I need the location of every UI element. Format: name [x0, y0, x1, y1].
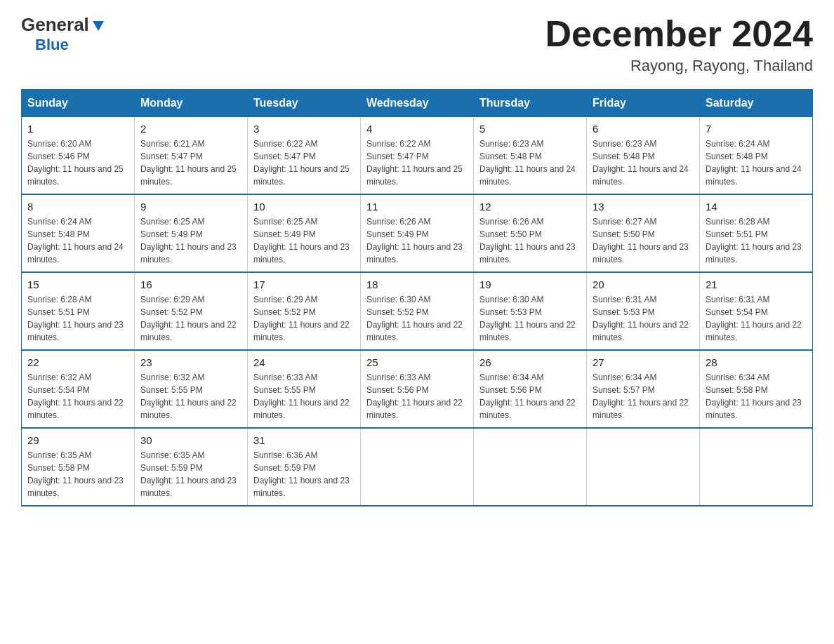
day-of-week-header: Wednesday [361, 90, 474, 117]
day-number: 14 [706, 201, 807, 213]
calendar-day-cell: 13 Sunrise: 6:27 AM Sunset: 5:50 PM Dayl… [587, 194, 700, 272]
calendar-header-row: SundayMondayTuesdayWednesdayThursdayFrid… [22, 90, 813, 117]
day-of-week-header: Thursday [474, 90, 587, 117]
day-number: 26 [479, 356, 581, 368]
day-of-week-header: Sunday [22, 90, 135, 117]
day-info: Sunrise: 6:25 AM Sunset: 5:49 PM Dayligh… [140, 215, 241, 266]
month-title: December 2024 [545, 14, 813, 54]
calendar-week-row: 1 Sunrise: 6:20 AM Sunset: 5:46 PM Dayli… [22, 117, 813, 195]
day-number: 2 [140, 123, 241, 135]
calendar-day-cell: 21 Sunrise: 6:31 AM Sunset: 5:54 PM Dayl… [700, 272, 813, 350]
day-of-week-header: Saturday [700, 90, 813, 117]
calendar-day-cell [361, 428, 474, 506]
day-info: Sunrise: 6:31 AM Sunset: 5:54 PM Dayligh… [706, 293, 807, 344]
location-text: Rayong, Rayong, Thailand [545, 57, 813, 75]
day-info: Sunrise: 6:26 AM Sunset: 5:49 PM Dayligh… [366, 215, 468, 266]
day-info: Sunrise: 6:25 AM Sunset: 5:49 PM Dayligh… [253, 215, 355, 266]
calendar-day-cell: 3 Sunrise: 6:22 AM Sunset: 5:47 PM Dayli… [248, 117, 361, 195]
calendar-day-cell: 2 Sunrise: 6:21 AM Sunset: 5:47 PM Dayli… [135, 117, 248, 195]
calendar-day-cell: 30 Sunrise: 6:35 AM Sunset: 5:59 PM Dayl… [135, 428, 248, 506]
day-info: Sunrise: 6:32 AM Sunset: 5:54 PM Dayligh… [27, 371, 128, 422]
day-number: 8 [27, 201, 128, 213]
day-info: Sunrise: 6:35 AM Sunset: 5:59 PM Dayligh… [140, 449, 241, 499]
calendar-day-cell: 6 Sunrise: 6:23 AM Sunset: 5:48 PM Dayli… [587, 117, 700, 195]
day-number: 7 [706, 123, 807, 135]
day-number: 6 [593, 123, 694, 135]
calendar-day-cell: 23 Sunrise: 6:32 AM Sunset: 5:55 PM Dayl… [135, 350, 248, 428]
calendar-day-cell: 22 Sunrise: 6:32 AM Sunset: 5:54 PM Dayl… [22, 350, 135, 428]
day-number: 25 [366, 356, 468, 368]
day-number: 31 [253, 434, 355, 446]
day-info: Sunrise: 6:29 AM Sunset: 5:52 PM Dayligh… [253, 293, 355, 344]
calendar-day-cell: 9 Sunrise: 6:25 AM Sunset: 5:49 PM Dayli… [135, 194, 248, 272]
calendar-day-cell: 12 Sunrise: 6:26 AM Sunset: 5:50 PM Dayl… [474, 194, 587, 272]
calendar-day-cell: 15 Sunrise: 6:28 AM Sunset: 5:51 PM Dayl… [22, 272, 135, 350]
calendar-day-cell: 11 Sunrise: 6:26 AM Sunset: 5:49 PM Dayl… [361, 194, 474, 272]
calendar-day-cell: 10 Sunrise: 6:25 AM Sunset: 5:49 PM Dayl… [248, 194, 361, 272]
logo-triangle-icon [91, 18, 106, 34]
day-info: Sunrise: 6:22 AM Sunset: 5:47 PM Dayligh… [253, 137, 355, 188]
calendar-day-cell: 5 Sunrise: 6:23 AM Sunset: 5:48 PM Dayli… [474, 117, 587, 195]
day-info: Sunrise: 6:34 AM Sunset: 5:58 PM Dayligh… [706, 371, 807, 422]
day-number: 5 [479, 123, 581, 135]
day-of-week-header: Monday [135, 90, 248, 117]
calendar-day-cell: 31 Sunrise: 6:36 AM Sunset: 5:59 PM Dayl… [248, 428, 361, 506]
calendar-day-cell: 19 Sunrise: 6:30 AM Sunset: 5:53 PM Dayl… [474, 272, 587, 350]
day-number: 29 [27, 434, 128, 446]
calendar-week-row: 15 Sunrise: 6:28 AM Sunset: 5:51 PM Dayl… [22, 272, 813, 350]
day-info: Sunrise: 6:30 AM Sunset: 5:53 PM Dayligh… [479, 293, 581, 344]
day-info: Sunrise: 6:21 AM Sunset: 5:47 PM Dayligh… [140, 137, 241, 188]
calendar-day-cell: 25 Sunrise: 6:33 AM Sunset: 5:56 PM Dayl… [361, 350, 474, 428]
day-info: Sunrise: 6:35 AM Sunset: 5:58 PM Dayligh… [27, 449, 128, 499]
day-info: Sunrise: 6:23 AM Sunset: 5:48 PM Dayligh… [593, 137, 694, 188]
day-info: Sunrise: 6:24 AM Sunset: 5:48 PM Dayligh… [27, 215, 128, 266]
day-number: 27 [593, 356, 694, 368]
day-info: Sunrise: 6:33 AM Sunset: 5:55 PM Dayligh… [253, 371, 355, 422]
calendar-day-cell: 29 Sunrise: 6:35 AM Sunset: 5:58 PM Dayl… [22, 428, 135, 506]
day-number: 3 [253, 123, 355, 135]
calendar-day-cell: 26 Sunrise: 6:34 AM Sunset: 5:56 PM Dayl… [474, 350, 587, 428]
calendar-day-cell: 28 Sunrise: 6:34 AM Sunset: 5:58 PM Dayl… [700, 350, 813, 428]
day-info: Sunrise: 6:20 AM Sunset: 5:46 PM Dayligh… [27, 137, 128, 188]
calendar-week-row: 8 Sunrise: 6:24 AM Sunset: 5:48 PM Dayli… [22, 194, 813, 272]
day-number: 17 [253, 279, 355, 290]
day-number: 1 [27, 123, 128, 135]
calendar-day-cell: 16 Sunrise: 6:29 AM Sunset: 5:52 PM Dayl… [135, 272, 248, 350]
day-number: 12 [479, 201, 581, 213]
day-info: Sunrise: 6:30 AM Sunset: 5:52 PM Dayligh… [366, 293, 468, 344]
day-info: Sunrise: 6:28 AM Sunset: 5:51 PM Dayligh… [27, 293, 128, 344]
day-info: Sunrise: 6:33 AM Sunset: 5:56 PM Dayligh… [366, 371, 468, 422]
calendar-day-cell: 17 Sunrise: 6:29 AM Sunset: 5:52 PM Dayl… [248, 272, 361, 350]
day-number: 19 [479, 279, 581, 290]
day-number: 4 [366, 123, 468, 135]
day-info: Sunrise: 6:36 AM Sunset: 5:59 PM Dayligh… [253, 449, 355, 499]
day-number: 11 [366, 201, 468, 213]
day-info: Sunrise: 6:34 AM Sunset: 5:57 PM Dayligh… [593, 371, 694, 422]
day-number: 18 [366, 279, 468, 290]
svg-marker-0 [93, 21, 104, 31]
title-section: December 2024 Rayong, Rayong, Thailand [545, 14, 813, 75]
calendar-day-cell: 20 Sunrise: 6:31 AM Sunset: 5:53 PM Dayl… [587, 272, 700, 350]
calendar-day-cell [474, 428, 587, 506]
calendar-day-cell [587, 428, 700, 506]
day-of-week-header: Friday [587, 90, 700, 117]
day-number: 15 [27, 279, 128, 290]
day-info: Sunrise: 6:23 AM Sunset: 5:48 PM Dayligh… [479, 137, 581, 188]
day-number: 22 [27, 356, 128, 368]
day-info: Sunrise: 6:24 AM Sunset: 5:48 PM Dayligh… [706, 137, 807, 188]
calendar-day-cell: 18 Sunrise: 6:30 AM Sunset: 5:52 PM Dayl… [361, 272, 474, 350]
day-info: Sunrise: 6:26 AM Sunset: 5:50 PM Dayligh… [479, 215, 581, 266]
day-info: Sunrise: 6:32 AM Sunset: 5:55 PM Dayligh… [140, 371, 241, 422]
calendar-day-cell [700, 428, 813, 506]
day-of-week-header: Tuesday [248, 90, 361, 117]
calendar-week-row: 22 Sunrise: 6:32 AM Sunset: 5:54 PM Dayl… [22, 350, 813, 428]
day-info: Sunrise: 6:34 AM Sunset: 5:56 PM Dayligh… [479, 371, 581, 422]
day-number: 28 [706, 356, 807, 368]
day-info: Sunrise: 6:29 AM Sunset: 5:52 PM Dayligh… [140, 293, 241, 344]
day-number: 16 [140, 279, 241, 290]
day-info: Sunrise: 6:28 AM Sunset: 5:51 PM Dayligh… [706, 215, 807, 266]
logo: General Blue [21, 14, 106, 54]
calendar-day-cell: 27 Sunrise: 6:34 AM Sunset: 5:57 PM Dayl… [587, 350, 700, 428]
day-number: 21 [706, 279, 807, 290]
day-number: 24 [253, 356, 355, 368]
